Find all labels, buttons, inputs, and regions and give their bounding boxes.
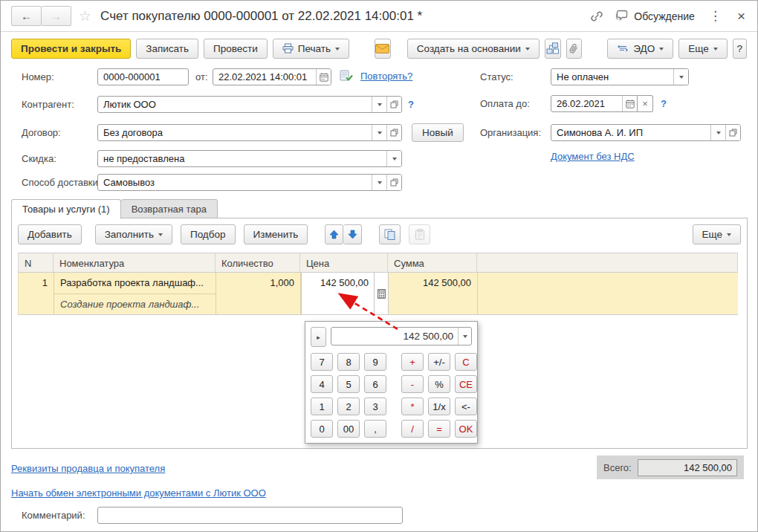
comment-input[interactable] (97, 507, 403, 524)
calc-key-divide[interactable]: / (401, 420, 424, 438)
cell-quantity[interactable]: 1,000 (216, 273, 301, 314)
post-and-close-button[interactable]: Провести и закрыть (11, 39, 131, 59)
date-field[interactable]: 22.02.2021 14:00:01 (213, 68, 331, 85)
favorite-star-icon[interactable]: ☆ (79, 7, 91, 25)
contract-field[interactable]: Без договора (97, 124, 402, 141)
delivery-field[interactable]: Самовывоз (97, 174, 402, 191)
calc-key-ok[interactable]: OK (455, 420, 477, 438)
pay-until-help[interactable]: ? (661, 95, 667, 112)
help-button[interactable]: ? (733, 39, 747, 59)
calc-key-4[interactable]: 4 (311, 375, 333, 393)
items-more-button[interactable]: Еще (693, 224, 741, 244)
calc-key-7[interactable]: 7 (311, 353, 333, 371)
calc-key-8[interactable]: 8 (337, 353, 360, 371)
calc-key-9[interactable]: 9 (364, 353, 386, 371)
recurrence-icon[interactable] (340, 70, 353, 82)
open-calculator-button[interactable] (374, 273, 388, 314)
calc-display[interactable]: 142 500,00 (331, 327, 472, 346)
new-contract-button[interactable]: Новый (412, 123, 464, 142)
cell-price-editor[interactable]: 142 500,00 (301, 273, 389, 314)
col-header-quantity[interactable]: Количество (216, 253, 300, 273)
discount-field[interactable]: не предоставлена (97, 150, 402, 167)
calc-key-3[interactable]: 3 (364, 398, 386, 415)
send-email-button[interactable] (375, 39, 391, 59)
more-button[interactable]: Еще (678, 39, 727, 59)
calc-key-clear[interactable]: C (455, 353, 477, 371)
open-icon[interactable] (725, 125, 740, 140)
nomenclature-description[interactable]: Создание проекта ландшаф... (54, 294, 216, 314)
forward-button[interactable]: → (42, 6, 71, 26)
clear-date-icon[interactable]: × (638, 95, 653, 112)
counterparty-field[interactable]: Лютик ООО (97, 96, 402, 113)
add-row-button[interactable]: Добавить (18, 224, 82, 244)
pick-button[interactable]: Подбор (181, 224, 236, 244)
move-down-button[interactable] (343, 224, 362, 244)
create-based-on-button[interactable]: Создать на основании (407, 39, 540, 59)
counterparty-help[interactable]: ? (408, 96, 414, 113)
attachments-button[interactable] (566, 39, 583, 59)
status-field[interactable]: Не оплачен (551, 68, 689, 85)
copy-row-button[interactable] (379, 224, 401, 244)
open-icon[interactable] (386, 175, 401, 190)
dropdown-icon[interactable] (372, 125, 386, 140)
calc-expand-button[interactable]: ▸ (311, 327, 326, 347)
col-header-sum[interactable]: Сумма (388, 253, 477, 273)
pay-until-field[interactable]: 26.02.2021 (551, 95, 638, 112)
col-header-price[interactable]: Цена (300, 253, 388, 273)
dropdown-icon[interactable] (372, 97, 386, 112)
paste-row-button[interactable] (409, 224, 430, 244)
calc-key-2[interactable]: 2 (337, 398, 360, 415)
table-row[interactable]: 1 Разработка проекта ландшаф... Создание… (18, 273, 738, 315)
open-icon[interactable] (386, 125, 401, 140)
tab-returnable-packaging[interactable]: Возвратная тара (121, 199, 218, 218)
related-documents-button[interactable] (545, 39, 561, 59)
copy-link-button[interactable] (590, 10, 603, 23)
fill-button[interactable]: Заполнить (95, 224, 172, 244)
calc-key-6[interactable]: 6 (364, 375, 386, 393)
calc-key-00[interactable]: 00 (337, 420, 360, 438)
col-header-nomenclature[interactable]: Номенклатура (54, 253, 216, 273)
close-icon[interactable]: × (736, 8, 747, 25)
calc-key-0[interactable]: 0 (311, 420, 333, 438)
open-icon[interactable] (386, 97, 401, 112)
calc-key-inverse[interactable]: 1/x (428, 398, 450, 415)
cell-row-number[interactable]: 1 (19, 273, 54, 314)
dropdown-icon[interactable] (673, 69, 688, 85)
calc-key-5[interactable]: 5 (337, 375, 360, 393)
calc-key-percent[interactable]: % (428, 375, 450, 393)
calc-key-equals[interactable]: = (428, 420, 450, 438)
cell-sum[interactable]: 142 500,00 (389, 273, 478, 314)
calc-key-plus[interactable]: + (401, 353, 424, 371)
calc-key-backspace[interactable]: <- (455, 398, 477, 415)
calendar-icon[interactable] (622, 96, 637, 111)
calc-key-multiply[interactable]: * (401, 398, 424, 415)
write-button[interactable]: Записать (136, 39, 198, 59)
back-button[interactable]: ← (11, 6, 42, 26)
edit-row-button[interactable]: Изменить (244, 224, 308, 244)
number-field[interactable]: 0000-000001 (97, 68, 189, 85)
kebab-menu-button[interactable]: ⋮ (706, 8, 725, 24)
post-button[interactable]: Провести (204, 39, 268, 59)
organization-field[interactable]: Симонова А. И. ИП (551, 124, 741, 141)
start-edo-exchange-link[interactable]: Начать обмен электронными документами с … (11, 487, 266, 499)
tab-goods-services[interactable]: Товары и услуги (1) (11, 199, 121, 219)
calc-key-1[interactable]: 1 (311, 398, 333, 415)
requisites-link[interactable]: Реквизиты продавца и покупателя (11, 463, 165, 474)
calc-key-ce[interactable]: CE (455, 375, 477, 393)
edo-button[interactable]: ЭДО (607, 39, 673, 59)
repeat-link[interactable]: Повторять? (360, 71, 412, 82)
calc-key-plusminus[interactable]: +/- (428, 353, 450, 371)
print-button[interactable]: Печать (273, 39, 349, 59)
dropdown-icon[interactable] (458, 328, 471, 345)
no-vat-link[interactable]: Документ без НДС (551, 151, 635, 162)
nomenclature-name[interactable]: Разработка проекта ландшаф... (54, 273, 216, 294)
col-header-n[interactable]: N (18, 253, 54, 273)
calc-key-minus[interactable]: - (401, 375, 424, 393)
price-value[interactable]: 142 500,00 (302, 273, 374, 314)
dropdown-icon[interactable] (710, 125, 725, 140)
discussion-button[interactable]: Обсуждение (615, 10, 695, 22)
move-up-button[interactable] (325, 224, 343, 244)
dropdown-icon[interactable] (386, 151, 401, 166)
calc-key-comma[interactable]: , (364, 420, 386, 438)
cell-nomenclature[interactable]: Разработка проекта ландшаф... Создание п… (54, 273, 216, 314)
